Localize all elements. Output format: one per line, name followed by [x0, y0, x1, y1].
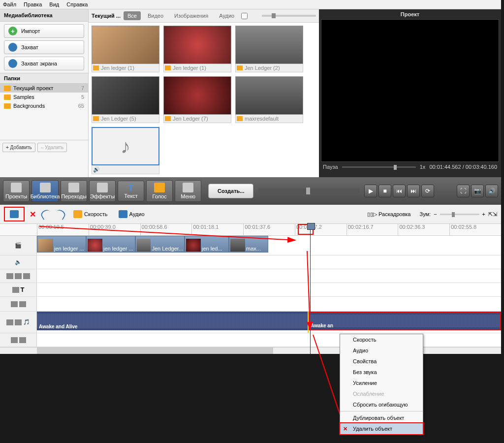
video-track-head[interactable]: 🎬: [0, 236, 37, 255]
redo-button[interactable]: [54, 208, 66, 220]
lock-icon: [15, 319, 22, 325]
folder-icon: [4, 95, 11, 100]
screen-capture-button[interactable]: Захват экрана: [4, 57, 84, 70]
track-head[interactable]: [0, 333, 37, 347]
snapshot-button[interactable]: 📷: [471, 185, 484, 197]
timeline-ruler[interactable]: 00:00:19.500:00:39.000:00:58.600:01:18.1…: [0, 224, 501, 236]
thumb-toggle[interactable]: [241, 13, 248, 19]
import-button[interactable]: +Импорт: [4, 24, 84, 38]
lock-icon: [15, 273, 22, 279]
effects-button[interactable]: Эффекты: [89, 180, 116, 202]
ctx-properties[interactable]: Свойства: [340, 356, 423, 367]
library-panel: Медиабиблиотека +Импорт Захват Захват эк…: [0, 9, 89, 177]
delete-icon[interactable]: ✕: [30, 210, 36, 219]
fullscreen-button[interactable]: ⛶: [457, 185, 470, 197]
ctx-gain[interactable]: Усиление: [340, 378, 423, 388]
media-thumb[interactable]: Jen Ledger (7): [163, 76, 231, 123]
play-button[interactable]: ▶: [364, 185, 377, 197]
audio-track[interactable]: Awake and Alive Awake an: [37, 312, 501, 333]
repeat-button[interactable]: ⟳: [421, 185, 434, 197]
media-browser: Текущий ... Все Видео Изображения Аудио …: [89, 9, 319, 177]
stop-button[interactable]: ■: [378, 185, 391, 197]
text-button[interactable]: TТекст: [118, 181, 144, 201]
ctx-audio[interactable]: Аудио: [340, 345, 423, 356]
media-thumb[interactable]: Jen ledger (1): [163, 26, 231, 72]
audio-clip[interactable]: Awake and Alive: [37, 312, 308, 330]
ctx-duplicate[interactable]: Дублировать объект: [340, 412, 423, 423]
audio-clip-selected[interactable]: Awake an: [308, 312, 501, 330]
tab-images[interactable]: Изображения: [170, 11, 212, 20]
scrub-bar[interactable]: [258, 189, 359, 193]
track-head[interactable]: [0, 297, 37, 311]
zoom-fit-button[interactable]: ⇱⇲: [488, 211, 497, 218]
library-button[interactable]: Библиотека: [32, 180, 59, 202]
media-thumb[interactable]: Jen ledger (1): [92, 26, 159, 72]
timeline-clip[interactable]: jen ledger ...: [86, 236, 135, 253]
tab-audio[interactable]: Аудио: [215, 11, 238, 20]
ctx-reset-envelope[interactable]: Сбросить огибающую: [340, 399, 423, 410]
folder-icon: [4, 86, 11, 91]
timeline-clip[interactable]: Jen Ledger...: [135, 236, 185, 253]
text-track[interactable]: [37, 283, 501, 296]
media-thumb[interactable]: maxresdefault: [235, 76, 303, 123]
zoom-out-button[interactable]: −: [434, 211, 437, 217]
menu-edit[interactable]: Правка: [24, 1, 42, 7]
zoom-slider[interactable]: [440, 214, 479, 215]
folder-samples[interactable]: Samples5: [0, 93, 88, 101]
media-thumb[interactable]: Jen Ledger (5): [92, 76, 159, 123]
media-thumb-audio[interactable]: ♪🔊: [92, 127, 159, 174]
sound-icon: 🔊: [93, 166, 100, 173]
timeline-scrollbar[interactable]: [0, 347, 501, 354]
capture-button[interactable]: Захват: [4, 40, 84, 54]
menu-view[interactable]: Вид: [49, 1, 59, 7]
video-track[interactable]: jen ledger ... jen ledger ... Jen Ledger…: [37, 236, 501, 255]
audio-track-head[interactable]: 🎵: [0, 312, 37, 333]
menu-button[interactable]: Меню: [175, 180, 201, 202]
transitions-button[interactable]: Переходы: [61, 180, 87, 202]
delete-folder-button[interactable]: – Удалить: [37, 143, 67, 152]
plus-icon: +: [8, 27, 17, 35]
create-button[interactable]: Создать...: [208, 184, 253, 198]
ctx-delete[interactable]: Удалить объект: [339, 422, 424, 435]
media-thumb[interactable]: Jen Ledger (2): [235, 26, 303, 72]
projects-button[interactable]: Проекты: [3, 180, 30, 202]
ctx-mute[interactable]: Без звука: [340, 367, 423, 378]
folder-backgrounds[interactable]: Backgrounds65: [0, 101, 88, 110]
split-tool-highlight: [4, 207, 25, 222]
overlay-track[interactable]: [37, 269, 501, 283]
preview-screen[interactable]: [321, 19, 499, 162]
timeline-clip[interactable]: jen led...: [185, 236, 229, 253]
audio-button[interactable]: Аудио: [116, 209, 148, 220]
zoom-in-button[interactable]: +: [482, 211, 485, 217]
thumb-size-slider[interactable]: [262, 15, 316, 17]
audio-sub-track-head[interactable]: 🔈: [0, 255, 37, 269]
undo-button[interactable]: [39, 208, 52, 220]
split-button[interactable]: [7, 209, 22, 220]
overlay-track-head[interactable]: [0, 269, 37, 283]
menu-file[interactable]: Файл: [3, 1, 16, 7]
volume-button[interactable]: 🔊: [485, 185, 498, 197]
timeline-clip[interactable]: jen ledger ...: [37, 236, 86, 253]
pause-label: Пауза: [323, 164, 338, 170]
zoom-label: Зум:: [419, 211, 431, 217]
next-button[interactable]: ⏭: [407, 185, 420, 197]
image-icon: [237, 65, 243, 70]
record-icon: [8, 59, 17, 68]
timeline-toolbar: ✕ Скорость Аудио ▯▯▷ Раскадровка Зум: − …: [0, 205, 501, 224]
menu-help[interactable]: Справка: [66, 1, 88, 7]
lock-icon: [19, 301, 26, 307]
ctx-speed[interactable]: Скорость: [340, 334, 423, 345]
voice-button[interactable]: Голос: [146, 180, 173, 202]
add-folder-button[interactable]: + Добавить: [2, 143, 35, 152]
ctx-fade[interactable]: Ослабление: [340, 388, 423, 399]
timeline-clip[interactable]: max...: [229, 236, 268, 253]
folder-current-project[interactable]: Текущий проект7: [0, 84, 88, 93]
text-track-head[interactable]: T: [0, 283, 37, 296]
split-marker: [308, 312, 309, 333]
tab-all[interactable]: Все: [124, 11, 141, 20]
storyboard-toggle[interactable]: ▯▯▷ Раскадровка: [367, 211, 411, 218]
tab-video[interactable]: Видео: [144, 11, 167, 20]
speed-slider[interactable]: [342, 166, 416, 168]
speed-button[interactable]: Скорость: [70, 209, 111, 220]
prev-button[interactable]: ⏮: [393, 185, 406, 197]
